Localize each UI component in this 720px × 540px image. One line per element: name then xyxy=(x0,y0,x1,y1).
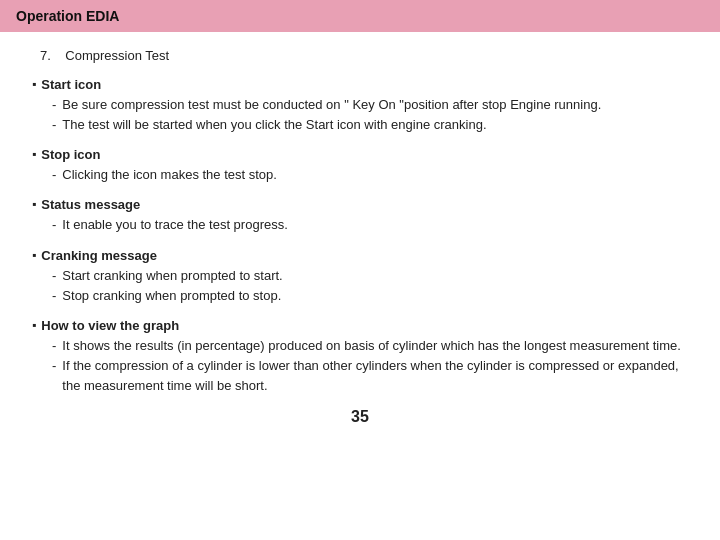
block-how-to-view-header: How to view the graph xyxy=(32,318,688,333)
block-stop-icon-header: Stop icon xyxy=(32,147,688,162)
block-status-message-item-0: It enable you to trace the test progress… xyxy=(32,215,688,235)
section-title: 7. Compression Test xyxy=(40,48,688,63)
block-how-to-view: How to view the graph It shows the resul… xyxy=(32,318,688,396)
block-how-to-view-item-0: It shows the results (in percentage) pro… xyxy=(32,336,688,356)
block-start-icon-header: Start icon xyxy=(32,77,688,92)
block-status-message-header: Status message xyxy=(32,197,688,212)
page-number: 35 xyxy=(351,408,369,425)
block-stop-icon: Stop icon Clicking the icon makes the te… xyxy=(32,147,688,185)
content: 7. Compression Test Start icon Be sure c… xyxy=(0,32,720,442)
block-how-to-view-item-1: If the compression of a cylinder is lowe… xyxy=(32,356,688,396)
block-stop-icon-item-0: Clicking the icon makes the test stop. xyxy=(32,165,688,185)
block-cranking-message-item-0: Start cranking when prompted to start. xyxy=(32,266,688,286)
header-title: Operation EDIA xyxy=(16,8,119,24)
block-cranking-message-header: Cranking message xyxy=(32,248,688,263)
section-number: 7. xyxy=(40,48,51,63)
block-status-message: Status message It enable you to trace th… xyxy=(32,197,688,235)
section-label: Compression Test xyxy=(65,48,169,63)
block-cranking-message-item-1: Stop cranking when prompted to stop. xyxy=(32,286,688,306)
block-start-icon-item-0: Be sure compression test must be conduct… xyxy=(32,95,688,115)
block-start-icon-item-1: The test will be started when you click … xyxy=(32,115,688,135)
header: Operation EDIA xyxy=(0,0,720,32)
block-start-icon: Start icon Be sure compression test must… xyxy=(32,77,688,135)
footer: 35 xyxy=(32,408,688,426)
block-cranking-message: Cranking message Start cranking when pro… xyxy=(32,248,688,306)
